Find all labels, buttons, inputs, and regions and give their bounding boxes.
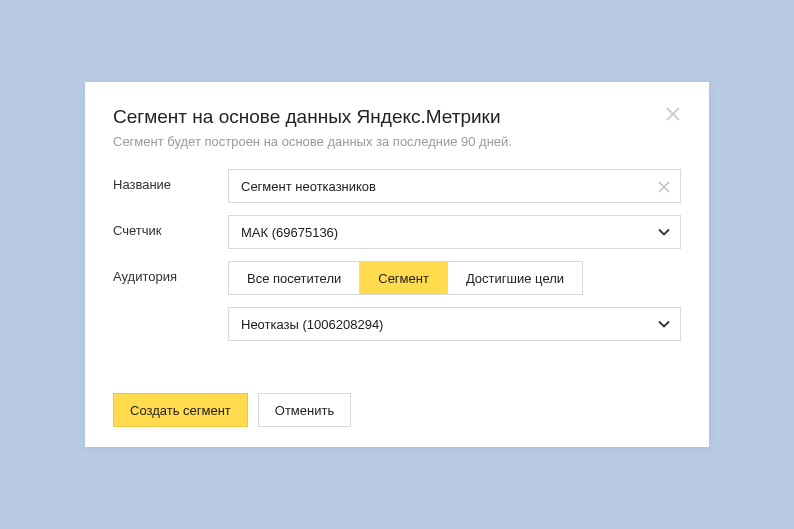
seg-all-visitors[interactable]: Все посетители: [229, 262, 360, 294]
segment-modal: Сегмент на основе данных Яндекс.Метрики …: [85, 82, 709, 447]
name-input[interactable]: [229, 170, 680, 202]
name-input-wrap: [228, 169, 681, 203]
counter-select[interactable]: МАК (69675136): [228, 215, 681, 249]
clear-icon[interactable]: [658, 179, 672, 193]
close-icon[interactable]: [665, 106, 685, 126]
label-audience: Аудитория: [113, 261, 228, 284]
label-name: Название: [113, 169, 228, 192]
row-counter: Счетчик МАК (69675136): [113, 215, 681, 249]
chevron-down-icon: [658, 318, 670, 330]
label-counter: Счетчик: [113, 215, 228, 238]
modal-subtitle: Сегмент будет построен на основе данных …: [113, 134, 681, 149]
audience-segmented: Все посетители Сегмент Достигшие цели: [228, 261, 583, 295]
seg-segment[interactable]: Сегмент: [360, 262, 448, 294]
modal-title: Сегмент на основе данных Яндекс.Метрики: [113, 106, 681, 128]
segment-select[interactable]: Неотказы (1006208294): [228, 307, 681, 341]
counter-value: МАК (69675136): [229, 225, 680, 240]
modal-footer: Создать сегмент Отменить: [113, 393, 681, 427]
seg-goal-reached[interactable]: Достигшие цели: [448, 262, 582, 294]
row-name: Название: [113, 169, 681, 203]
create-segment-button[interactable]: Создать сегмент: [113, 393, 248, 427]
row-audience: Аудитория Все посетители Сегмент Достигш…: [113, 261, 681, 341]
segment-value: Неотказы (1006208294): [229, 317, 680, 332]
cancel-button[interactable]: Отменить: [258, 393, 351, 427]
chevron-down-icon: [658, 226, 670, 238]
modal-header: Сегмент на основе данных Яндекс.Метрики: [113, 106, 681, 128]
